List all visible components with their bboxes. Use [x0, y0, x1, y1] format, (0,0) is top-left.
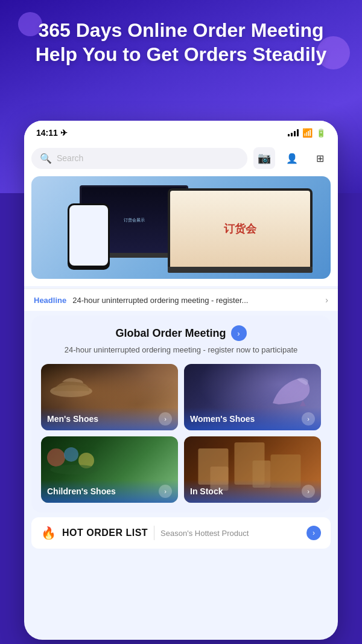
- search-bar-row: 🔍 Search 📷 👤 ⊞: [24, 142, 338, 176]
- product-card-womens-shoes[interactable]: Women's Shoes ›: [184, 364, 321, 430]
- divider: [154, 526, 154, 540]
- womens-shoes-arrow[interactable]: ›: [302, 412, 315, 426]
- childrens-shoe-illustration: [44, 439, 104, 476]
- user-button[interactable]: 👤: [281, 147, 303, 169]
- scan-button[interactable]: ⊞: [309, 147, 331, 169]
- navigation-icon: ✈: [60, 128, 68, 138]
- promo-banner[interactable]: 订货会展示 订货会: [31, 176, 331, 279]
- laptop-content: 订货会: [170, 191, 310, 267]
- user-icon: 👤: [286, 153, 298, 164]
- battery-icon: 🔋: [316, 129, 326, 138]
- womens-shoes-overlay: Women's Shoes ›: [184, 407, 321, 430]
- product-card-childrens-shoes[interactable]: Children's Shoes ›: [41, 436, 178, 503]
- search-placeholder: Search: [57, 153, 83, 163]
- meeting-arrow-icon: ›: [237, 329, 240, 338]
- status-icons-area: 📶 🔋: [288, 128, 326, 138]
- product-grid: Men's Shoes › Women's Shoes: [41, 364, 321, 503]
- camera-button[interactable]: 📷: [253, 147, 275, 169]
- product-card-mens-shoes[interactable]: Men's Shoes ›: [41, 364, 178, 430]
- svg-point-1: [47, 448, 65, 467]
- chinese-text: 订货会: [224, 222, 256, 236]
- hot-order-subtitle: Season's Hottest Product: [160, 529, 300, 538]
- camera-icon: 📷: [258, 151, 271, 165]
- hero-title: 365 Days Online Order Meeting Help You t…: [24, 18, 338, 66]
- mens-shoes-label: Men's Shoes: [47, 414, 98, 424]
- banner-laptop: 订货会: [168, 188, 313, 273]
- arrow-icon: ›: [164, 488, 167, 495]
- hot-order-arrow-button[interactable]: ›: [306, 526, 321, 540]
- arrow-icon: ›: [164, 415, 167, 422]
- svg-point-4: [50, 465, 98, 474]
- headline-label: Headline: [34, 296, 66, 305]
- hero-section: 365 Days Online Order Meeting Help You t…: [0, 18, 362, 66]
- mens-shoes-arrow[interactable]: ›: [159, 412, 172, 426]
- childrens-shoes-arrow[interactable]: ›: [159, 485, 172, 498]
- meeting-title: Global Order Meeting: [115, 327, 226, 340]
- hot-order-title: HOT ORDER LIST: [62, 528, 148, 538]
- signal-icon: [288, 129, 299, 136]
- status-bar: 14:11 ✈ 📶 🔋: [24, 121, 338, 142]
- order-meeting-section: Global Order Meeting › 24-hour uninterru…: [31, 316, 331, 512]
- meeting-subtitle: 24-hour uninterrupted ordering meeting -…: [41, 345, 321, 355]
- banner-small-phone: [68, 203, 110, 270]
- wifi-icon: 📶: [302, 128, 313, 138]
- instock-arrow[interactable]: ›: [302, 485, 315, 498]
- instock-overlay: In Stock ›: [184, 480, 321, 503]
- meeting-header: Global Order Meeting ›: [41, 325, 321, 341]
- laptop-screen: 订货会: [170, 191, 310, 267]
- instock-label: In Stock: [190, 486, 223, 496]
- status-time-area: 14:11 ✈: [36, 128, 68, 138]
- childrens-shoes-label: Children's Shoes: [47, 486, 116, 496]
- scan-icon: ⊞: [316, 153, 324, 164]
- meeting-more-button[interactable]: ›: [231, 325, 247, 341]
- mens-shoes-overlay: Men's Shoes ›: [41, 407, 178, 430]
- arrow-icon: ›: [307, 415, 310, 422]
- arrow-icon: ›: [307, 488, 310, 495]
- banner-phone-screen: [69, 205, 108, 266]
- time-display: 14:11: [36, 128, 58, 138]
- search-input-wrap[interactable]: 🔍 Search: [31, 148, 247, 169]
- phone-mockup: 14:11 ✈ 📶 🔋 🔍 Search 📷 👤 ⊞: [24, 121, 338, 640]
- laptop-base: [168, 267, 313, 273]
- headline-row[interactable]: Headline 24-hour uninterrupted ordering …: [24, 289, 338, 311]
- search-icon: 🔍: [40, 153, 52, 164]
- hot-order-bar[interactable]: 🔥 HOT ORDER LIST Season's Hottest Produc…: [31, 517, 331, 549]
- childrens-shoes-overlay: Children's Shoes ›: [41, 480, 178, 503]
- headline-arrow: ›: [325, 295, 328, 305]
- womens-shoes-label: Women's Shoes: [190, 414, 255, 424]
- mens-shoe-illustration: [47, 370, 95, 400]
- fire-icon: 🔥: [41, 526, 56, 540]
- banner-section: 订货会展示 订货会: [24, 176, 338, 286]
- product-card-in-stock[interactable]: In Stock ›: [184, 436, 321, 503]
- headline-text: 24-hour uninterrupted ordering meeting -…: [72, 296, 319, 305]
- svg-point-2: [64, 447, 78, 462]
- hot-arrow-icon: ›: [313, 529, 315, 537]
